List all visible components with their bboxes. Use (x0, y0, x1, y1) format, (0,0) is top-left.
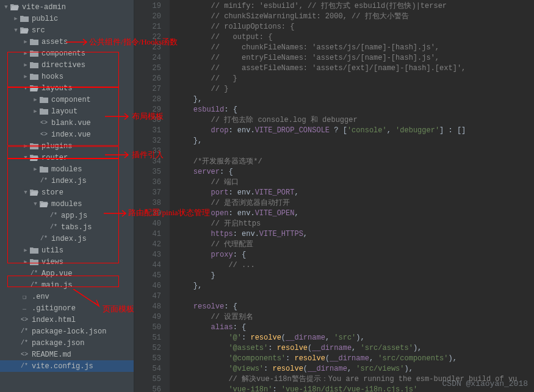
file-icon: /* (20, 363, 29, 369)
tree-item-package-json[interactable]: /*package.json (0, 337, 134, 349)
tree-item-vite-admin[interactable]: ▼vite-admin (0, 1, 134, 13)
code-line[interactable]: // output: { (176, 32, 534, 43)
code-line[interactable]: // } (176, 74, 534, 84)
tree-label: index.vue (51, 130, 91, 139)
code-line[interactable]: server: { (176, 167, 534, 177)
code-line[interactable]: resolve: { (176, 302, 534, 312)
tree-item-index-html[interactable]: <>index.html (0, 314, 134, 326)
tree-label: package-lock.json (32, 327, 106, 336)
tree-label: index.js (51, 177, 87, 185)
code-line[interactable]: // rollupOptions: { (176, 22, 534, 32)
code-editor[interactable]: 1920212223242526272829303132333435363738… (134, 0, 534, 392)
code-area[interactable]: // minify: 'esbuild', // 打包方式 esbuild(打包… (170, 0, 534, 392)
code-line[interactable]: '@views': resolve(__dirname, 'src/views'… (176, 364, 534, 374)
folder-icon (20, 15, 29, 22)
tree-item-layouts[interactable]: ▼layouts (0, 82, 134, 94)
tree-item--gitignore[interactable]: ….gitignore (0, 302, 134, 314)
code-line[interactable]: }, (176, 94, 534, 105)
code-line[interactable]: // chunkFileNames: 'assets/js/[name]-[ha… (176, 43, 534, 53)
line-number: 35 (134, 167, 161, 177)
tree-item-layout[interactable]: ▶layout (0, 105, 134, 117)
line-number: 30 (134, 115, 161, 126)
tree-item-main-js[interactable]: /*main.js (0, 279, 134, 291)
tree-item-index-vue[interactable]: <>index.vue (0, 129, 134, 140)
tree-label: index.html (32, 316, 76, 324)
tree-item-App-vue[interactable]: /*App.vue (0, 268, 134, 279)
tree-label: vite.config.js (32, 362, 93, 371)
code-line[interactable]: }, (176, 136, 534, 146)
line-number: 48 (134, 302, 161, 312)
line-number: 41 (134, 229, 161, 240)
tree-item-blank-vue[interactable]: <>blank.vue (0, 117, 134, 129)
code-line[interactable]: } (176, 271, 534, 281)
line-number: 53 (134, 354, 161, 364)
tree-item-README-md[interactable]: <>README.md (0, 349, 134, 360)
code-line[interactable]: https: env.VITE_HTTPS, (176, 229, 534, 240)
code-line[interactable]: // entryFileNames: 'assets/js/[name]-[ha… (176, 53, 534, 63)
code-line[interactable]: open: env.VITE_OPEN, (176, 208, 534, 219)
code-line[interactable] (176, 146, 534, 157)
code-line[interactable]: '@': resolve(__dirname, 'src'), (176, 333, 534, 343)
line-number: 29 (134, 105, 161, 115)
code-line[interactable]: /*开发服务器选项*/ (176, 157, 534, 167)
tree-item-index-js[interactable]: /*index.js (0, 233, 134, 244)
tree-item-hooks[interactable]: ▶hooks (0, 71, 134, 82)
file-icon: <> (39, 119, 49, 126)
file-icon: /* (20, 328, 29, 335)
code-line[interactable]: proxy: { (176, 250, 534, 260)
tree-item-package-lock-json[interactable]: /*package-lock.json (0, 326, 134, 337)
line-number: 44 (134, 260, 161, 271)
code-line[interactable]: // 设置别名 (176, 312, 534, 323)
code-line[interactable]: '@assets': resolve(__dirname, 'src/asset… (176, 343, 534, 354)
tree-item-src[interactable]: ▼src (0, 24, 134, 36)
tree-item-component[interactable]: ▶component (0, 94, 134, 105)
tree-item--env[interactable]: ❏.env (0, 291, 134, 302)
tree-item-views[interactable]: ▶views (0, 256, 134, 268)
code-line[interactable]: // 打包去除 console.log 和 debugger (176, 115, 534, 126)
tree-item-components[interactable]: ▶components (0, 48, 134, 59)
line-number: 24 (134, 53, 161, 63)
code-line[interactable]: '@components': resolve(__dirname, 'src/c… (176, 354, 534, 364)
code-line[interactable]: // ... (176, 260, 534, 271)
tree-item-index-js[interactable]: /*index.js (0, 175, 134, 187)
tree-item-assets[interactable]: ▶assets (0, 36, 134, 48)
code-line[interactable]: drop: env.VITE_DROP_CONSOLE ? ['console'… (176, 126, 534, 136)
code-line[interactable]: // chunkSizeWarningLimit: 2000, // 打包大小警… (176, 12, 534, 22)
folder-icon (29, 73, 39, 80)
tree-label: app.js (61, 212, 87, 220)
code-line[interactable] (176, 291, 534, 302)
tree-item-store[interactable]: ▼store (0, 187, 134, 198)
tree-item-directives[interactable]: ▶directives (0, 59, 134, 71)
code-line[interactable]: alias: { (176, 323, 534, 333)
code-line[interactable]: // minify: 'esbuild', // 打包方式 esbuild(打包… (176, 1, 534, 12)
code-line[interactable]: // 是否浏览器自动打开 (176, 198, 534, 208)
tree-item-tabs-js[interactable]: /*tabs.js (0, 221, 134, 233)
code-line[interactable]: esbuild: { (176, 105, 534, 115)
code-line[interactable]: }, (176, 281, 534, 291)
folder-icon (29, 85, 39, 91)
code-line[interactable]: // 端口 (176, 177, 534, 188)
tree-item-modules[interactable]: ▶modules (0, 163, 134, 175)
tree-item-utils[interactable]: ▶utils (0, 244, 134, 256)
line-number: 43 (134, 250, 161, 260)
tree-item-plugins[interactable]: ▶plugins (0, 140, 134, 152)
line-number: 49 (134, 312, 161, 323)
tree-item-public[interactable]: ▶public (0, 13, 134, 24)
tree-label: directives (41, 61, 85, 69)
tree-item-router[interactable]: ▼router (0, 152, 134, 163)
tree-label: index.js (51, 235, 87, 243)
code-line[interactable]: // } (176, 84, 534, 94)
file-icon: /* (39, 235, 49, 242)
folder-icon (29, 247, 39, 254)
tree-label: modules (51, 200, 82, 208)
tree-item-modules[interactable]: ▼modules (0, 198, 134, 210)
tree-label: store (41, 188, 63, 197)
tree-item-app-js[interactable]: /*app.js (0, 210, 134, 221)
code-line[interactable]: // assetFileNames: 'assets/[ext]/[name]-… (176, 63, 534, 74)
file-tree[interactable]: ▼vite-admin▶public▼src▶assets▶components… (0, 0, 134, 392)
folder-icon (39, 166, 49, 173)
code-line[interactable]: port: env.VITE_PORT, (176, 188, 534, 198)
code-line[interactable]: // 代理配置 (176, 240, 534, 250)
tree-item-vite-config-js[interactable]: /*vite.config.js (0, 360, 134, 372)
code-line[interactable]: // 开启https (176, 219, 534, 229)
